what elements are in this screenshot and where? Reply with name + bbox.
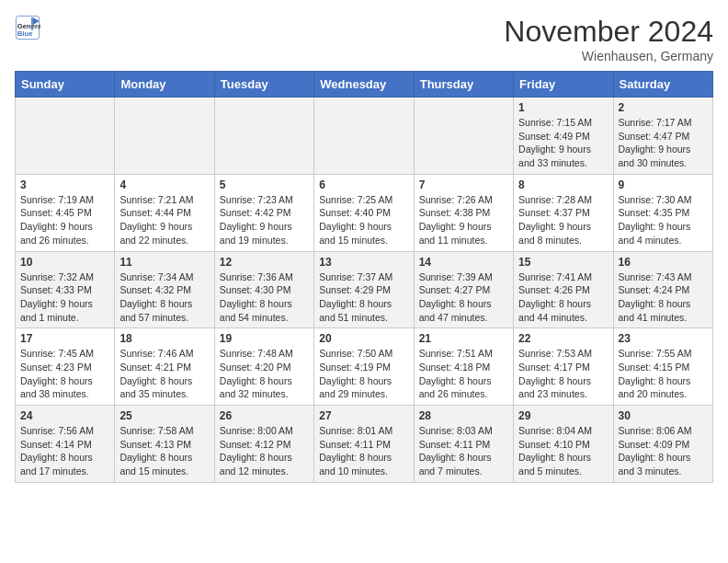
day-number: 23 bbox=[619, 332, 708, 345]
day-info: Sunrise: 7:43 AM Sunset: 4:24 PM Dayligh… bbox=[619, 270, 708, 325]
day-info: Sunrise: 7:48 AM Sunset: 4:20 PM Dayligh… bbox=[220, 347, 309, 401]
day-number: 15 bbox=[518, 256, 608, 269]
day-info: Sunrise: 8:01 AM Sunset: 4:11 PM Dayligh… bbox=[319, 424, 408, 478]
calendar-cell: 16Sunrise: 7:43 AM Sunset: 4:24 PM Dayli… bbox=[613, 251, 712, 328]
day-number: 21 bbox=[419, 332, 508, 345]
svg-text:Blue: Blue bbox=[17, 29, 33, 38]
calendar-cell: 28Sunrise: 8:03 AM Sunset: 4:11 PM Dayli… bbox=[414, 406, 513, 483]
day-info: Sunrise: 7:51 AM Sunset: 4:18 PM Dayligh… bbox=[419, 347, 508, 401]
day-info: Sunrise: 7:58 AM Sunset: 4:13 PM Dayligh… bbox=[119, 424, 209, 478]
calendar-cell: 4Sunrise: 7:21 AM Sunset: 4:44 PM Daylig… bbox=[115, 174, 214, 251]
calendar-week-4: 17Sunrise: 7:45 AM Sunset: 4:23 PM Dayli… bbox=[16, 328, 713, 406]
day-number: 3 bbox=[20, 178, 109, 191]
col-header-sunday: Sunday bbox=[16, 72, 115, 98]
calendar-cell: 24Sunrise: 7:56 AM Sunset: 4:14 PM Dayli… bbox=[16, 406, 115, 483]
col-header-thursday: Thursday bbox=[414, 72, 513, 98]
day-number: 24 bbox=[20, 409, 109, 422]
calendar-cell bbox=[214, 98, 313, 175]
day-number: 22 bbox=[518, 332, 608, 345]
page-header: General Blue November 2024 Wienhausen, G… bbox=[15, 15, 713, 63]
calendar-cell: 9Sunrise: 7:30 AM Sunset: 4:35 PM Daylig… bbox=[613, 174, 712, 251]
logo: General Blue bbox=[15, 15, 40, 40]
calendar-cell: 25Sunrise: 7:58 AM Sunset: 4:13 PM Dayli… bbox=[115, 406, 214, 483]
calendar-cell: 2Sunrise: 7:17 AM Sunset: 4:47 PM Daylig… bbox=[613, 98, 712, 175]
day-info: Sunrise: 7:32 AM Sunset: 4:33 PM Dayligh… bbox=[20, 270, 109, 325]
day-number: 2 bbox=[619, 101, 708, 114]
day-info: Sunrise: 7:28 AM Sunset: 4:37 PM Dayligh… bbox=[518, 193, 608, 247]
calendar-cell: 7Sunrise: 7:26 AM Sunset: 4:38 PM Daylig… bbox=[414, 174, 513, 251]
day-number: 14 bbox=[419, 256, 508, 269]
col-header-friday: Friday bbox=[514, 72, 613, 98]
day-number: 28 bbox=[419, 409, 508, 422]
calendar-cell: 8Sunrise: 7:28 AM Sunset: 4:37 PM Daylig… bbox=[514, 174, 613, 251]
calendar-cell: 11Sunrise: 7:34 AM Sunset: 4:32 PM Dayli… bbox=[115, 251, 214, 328]
day-info: Sunrise: 7:46 AM Sunset: 4:21 PM Dayligh… bbox=[119, 347, 209, 401]
day-number: 30 bbox=[619, 409, 708, 422]
day-number: 12 bbox=[220, 256, 309, 269]
logo-icon: General Blue bbox=[15, 15, 40, 40]
calendar-cell: 5Sunrise: 7:23 AM Sunset: 4:42 PM Daylig… bbox=[214, 174, 313, 251]
day-info: Sunrise: 7:26 AM Sunset: 4:38 PM Dayligh… bbox=[419, 193, 508, 247]
month-title: November 2024 bbox=[504, 15, 713, 49]
day-info: Sunrise: 7:55 AM Sunset: 4:15 PM Dayligh… bbox=[619, 347, 708, 401]
calendar-cell: 30Sunrise: 8:06 AM Sunset: 4:09 PM Dayli… bbox=[613, 406, 712, 483]
day-number: 1 bbox=[518, 101, 608, 114]
calendar-cell: 6Sunrise: 7:25 AM Sunset: 4:40 PM Daylig… bbox=[314, 174, 414, 251]
day-info: Sunrise: 8:06 AM Sunset: 4:09 PM Dayligh… bbox=[619, 424, 708, 478]
calendar-cell: 15Sunrise: 7:41 AM Sunset: 4:26 PM Dayli… bbox=[514, 251, 613, 328]
day-number: 29 bbox=[518, 409, 608, 422]
col-header-saturday: Saturday bbox=[613, 72, 712, 98]
calendar-cell: 17Sunrise: 7:45 AM Sunset: 4:23 PM Dayli… bbox=[16, 328, 115, 406]
calendar-cell: 3Sunrise: 7:19 AM Sunset: 4:45 PM Daylig… bbox=[16, 174, 115, 251]
calendar-cell: 1Sunrise: 7:15 AM Sunset: 4:49 PM Daylig… bbox=[514, 98, 613, 175]
calendar-cell: 29Sunrise: 8:04 AM Sunset: 4:10 PM Dayli… bbox=[514, 406, 613, 483]
calendar-table: SundayMondayTuesdayWednesdayThursdayFrid… bbox=[15, 71, 713, 483]
day-info: Sunrise: 7:37 AM Sunset: 4:29 PM Dayligh… bbox=[319, 270, 408, 325]
day-number: 18 bbox=[119, 332, 209, 345]
calendar-cell: 19Sunrise: 7:48 AM Sunset: 4:20 PM Dayli… bbox=[214, 328, 313, 406]
calendar-week-1: 1Sunrise: 7:15 AM Sunset: 4:49 PM Daylig… bbox=[16, 98, 713, 175]
col-header-wednesday: Wednesday bbox=[314, 72, 414, 98]
day-number: 26 bbox=[220, 409, 309, 422]
day-number: 17 bbox=[20, 332, 109, 345]
day-info: Sunrise: 7:15 AM Sunset: 4:49 PM Dayligh… bbox=[518, 116, 608, 170]
calendar-cell: 27Sunrise: 8:01 AM Sunset: 4:11 PM Dayli… bbox=[314, 406, 414, 483]
calendar-cell: 14Sunrise: 7:39 AM Sunset: 4:27 PM Dayli… bbox=[414, 251, 513, 328]
calendar-cell: 18Sunrise: 7:46 AM Sunset: 4:21 PM Dayli… bbox=[115, 328, 214, 406]
day-info: Sunrise: 7:50 AM Sunset: 4:19 PM Dayligh… bbox=[319, 347, 408, 401]
calendar-cell bbox=[115, 98, 214, 175]
day-info: Sunrise: 7:39 AM Sunset: 4:27 PM Dayligh… bbox=[419, 270, 508, 325]
calendar-cell: 20Sunrise: 7:50 AM Sunset: 4:19 PM Dayli… bbox=[314, 328, 414, 406]
day-number: 5 bbox=[220, 178, 309, 191]
day-info: Sunrise: 7:19 AM Sunset: 4:45 PM Dayligh… bbox=[20, 193, 109, 247]
calendar-cell bbox=[414, 98, 513, 175]
calendar-cell: 10Sunrise: 7:32 AM Sunset: 4:33 PM Dayli… bbox=[16, 251, 115, 328]
day-number: 9 bbox=[619, 178, 708, 191]
day-info: Sunrise: 8:03 AM Sunset: 4:11 PM Dayligh… bbox=[419, 424, 508, 478]
calendar-cell: 23Sunrise: 7:55 AM Sunset: 4:15 PM Dayli… bbox=[613, 328, 712, 406]
calendar-cell: 13Sunrise: 7:37 AM Sunset: 4:29 PM Dayli… bbox=[314, 251, 414, 328]
day-number: 7 bbox=[419, 178, 508, 191]
day-info: Sunrise: 7:23 AM Sunset: 4:42 PM Dayligh… bbox=[220, 193, 309, 247]
day-number: 4 bbox=[119, 178, 209, 191]
day-number: 6 bbox=[319, 178, 408, 191]
day-number: 16 bbox=[619, 256, 708, 269]
day-info: Sunrise: 7:17 AM Sunset: 4:47 PM Dayligh… bbox=[619, 116, 708, 170]
day-info: Sunrise: 7:45 AM Sunset: 4:23 PM Dayligh… bbox=[20, 347, 109, 401]
calendar-cell: 21Sunrise: 7:51 AM Sunset: 4:18 PM Dayli… bbox=[414, 328, 513, 406]
day-info: Sunrise: 7:30 AM Sunset: 4:35 PM Dayligh… bbox=[619, 193, 708, 247]
day-info: Sunrise: 8:04 AM Sunset: 4:10 PM Dayligh… bbox=[518, 424, 608, 478]
day-number: 13 bbox=[319, 256, 408, 269]
day-number: 25 bbox=[119, 409, 209, 422]
calendar-week-3: 10Sunrise: 7:32 AM Sunset: 4:33 PM Dayli… bbox=[16, 251, 713, 328]
calendar-cell bbox=[314, 98, 414, 175]
day-number: 19 bbox=[220, 332, 309, 345]
day-info: Sunrise: 8:00 AM Sunset: 4:12 PM Dayligh… bbox=[220, 424, 309, 478]
calendar-week-2: 3Sunrise: 7:19 AM Sunset: 4:45 PM Daylig… bbox=[16, 174, 713, 251]
day-info: Sunrise: 7:21 AM Sunset: 4:44 PM Dayligh… bbox=[119, 193, 209, 247]
day-number: 20 bbox=[319, 332, 408, 345]
title-block: November 2024 Wienhausen, Germany bbox=[504, 15, 713, 63]
day-info: Sunrise: 7:25 AM Sunset: 4:40 PM Dayligh… bbox=[319, 193, 408, 247]
day-number: 27 bbox=[319, 409, 408, 422]
day-info: Sunrise: 7:53 AM Sunset: 4:17 PM Dayligh… bbox=[518, 347, 608, 401]
